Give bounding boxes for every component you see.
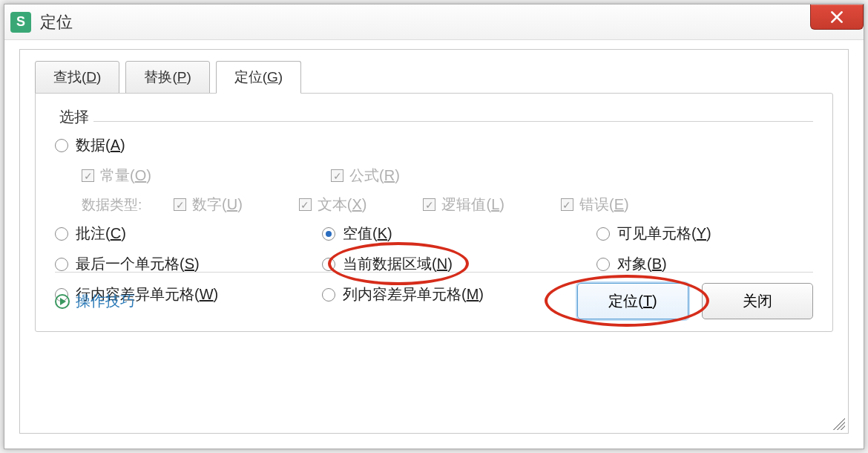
option-blank-label: 空值(K): [343, 224, 392, 244]
dialog-content: 查找(D) 替换(P) 定位(G) 选择 数据(A) 常量(O): [19, 49, 849, 434]
option-last-cell-label: 最后一个单元格(S): [76, 254, 200, 274]
option-error-label: 错误(E): [579, 195, 629, 215]
app-icon: S: [10, 12, 31, 33]
checkbox-constant[interactable]: [82, 169, 94, 182]
checkbox-error[interactable]: [561, 198, 573, 211]
checkbox-formula[interactable]: [331, 169, 343, 182]
goto-button-label: 定位(T): [608, 293, 657, 309]
option-comment-label: 批注(C): [76, 224, 126, 244]
option-current-region-label: 当前数据区域(N): [343, 254, 453, 274]
option-logical-label: 逻辑值(L): [441, 195, 504, 215]
tab-bar: 查找(D) 替换(P) 定位(G): [35, 60, 848, 93]
radio-blank[interactable]: [322, 227, 335, 241]
group-label: 选择: [55, 107, 93, 127]
close-button-label: 关闭: [743, 293, 772, 309]
radio-visible[interactable]: [596, 227, 610, 241]
tips-link[interactable]: 操作技巧: [55, 291, 135, 311]
tab-goto[interactable]: 定位(G): [216, 61, 301, 94]
close-button[interactable]: 关闭: [702, 283, 813, 319]
tab-find[interactable]: 查找(D): [35, 61, 119, 94]
resize-grip[interactable]: [833, 418, 845, 430]
checkbox-logical[interactable]: [423, 198, 435, 211]
option-formula-label: 公式(R): [349, 166, 400, 186]
play-icon: [55, 294, 70, 309]
radio-comment[interactable]: [55, 227, 68, 241]
tab-label: 替换(P): [144, 69, 191, 85]
radio-data[interactable]: [55, 139, 68, 152]
radio-current-region[interactable]: [322, 258, 335, 271]
window-title: 定位: [40, 11, 73, 33]
radio-last-cell[interactable]: [55, 258, 68, 271]
tab-label: 定位(G): [234, 69, 283, 85]
tab-label: 查找(D): [53, 69, 101, 85]
dialog-footer: 操作技巧 定位(T) 关闭: [55, 272, 813, 319]
option-data-label: 数据(A): [76, 135, 125, 155]
option-number-label: 数字(U): [192, 195, 243, 215]
close-icon: [829, 9, 845, 25]
data-type-label: 数据类型:: [82, 195, 147, 215]
checkbox-number[interactable]: [174, 198, 186, 211]
radio-objects[interactable]: [596, 258, 610, 271]
option-constant-label: 常量(O): [100, 166, 151, 186]
option-objects-label: 对象(B): [617, 254, 667, 274]
option-visible-label: 可见单元格(Y): [617, 224, 711, 244]
tips-label: 操作技巧: [76, 291, 135, 311]
dialog-window: S 定位 查找(D) 替换(P) 定位(G) 选择 数据(A): [4, 4, 864, 449]
close-window-button[interactable]: [810, 4, 864, 30]
titlebar[interactable]: S 定位: [4, 4, 864, 40]
checkbox-text[interactable]: [299, 198, 312, 211]
goto-button[interactable]: 定位(T): [577, 283, 688, 319]
tab-replace[interactable]: 替换(P): [125, 61, 209, 94]
option-text-label: 文本(X): [318, 195, 367, 215]
goto-panel: 选择 数据(A) 常量(O) 公式(R): [35, 93, 833, 332]
group-divider: [92, 121, 813, 122]
